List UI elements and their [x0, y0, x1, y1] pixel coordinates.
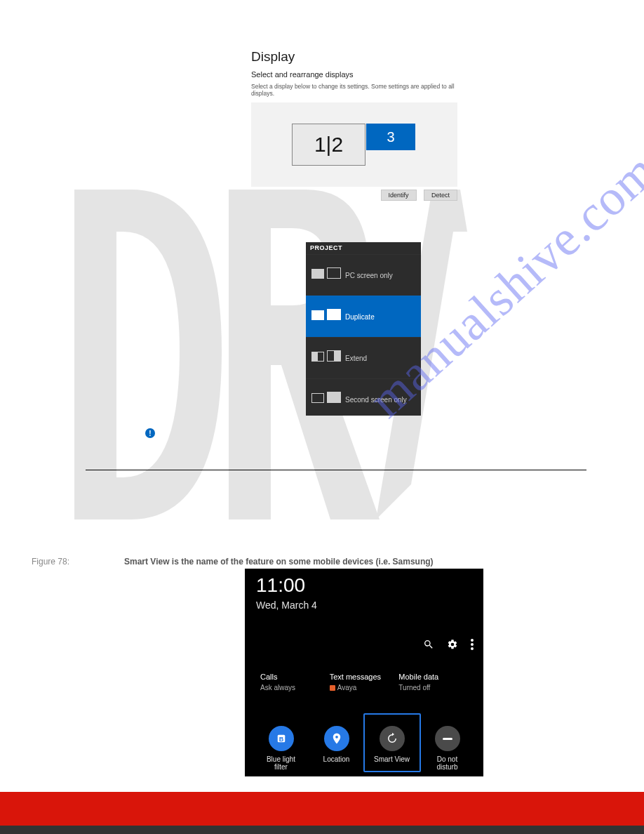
figure-caption: Smart View is the name of the feature on… [124, 557, 434, 567]
qs-location[interactable]: Location [309, 726, 364, 771]
blue-light-filter-icon: B [269, 726, 294, 751]
sim-col-calls: Calls Ask always [260, 673, 330, 691]
display-button-row: Identify Detect [251, 187, 457, 200]
project-option-label: Extend [345, 355, 367, 362]
quick-settings-row: B Blue lightfilter Location Smart View [253, 726, 475, 771]
display-section-label: Select and rearrange displays [251, 70, 462, 79]
sim-col-sub: Ask always [260, 684, 330, 691]
detect-button[interactable]: Detect [424, 190, 457, 201]
do-not-disturb-icon [435, 726, 460, 751]
figure-number: Figure 78: [32, 557, 69, 567]
project-option-duplicate[interactable]: Duplicate [306, 296, 421, 337]
location-icon [324, 726, 349, 751]
svg-point-2 [471, 647, 474, 650]
sim-col-title: Text messages [330, 673, 399, 681]
project-option-second-only[interactable]: Second screen only [306, 378, 421, 420]
svg-point-1 [471, 643, 474, 646]
svg-text:B: B [279, 736, 283, 743]
notification-time: 11:00 [256, 574, 305, 597]
project-header: PROJECT [306, 242, 421, 254]
display-help-text: Select a display below to change its set… [251, 83, 462, 97]
more-icon[interactable] [471, 639, 474, 650]
document-page: manualshive.com Display Select and rearr… [0, 0, 644, 834]
sim-col-title: Calls [260, 673, 330, 681]
sim-col-sub: Turned off [398, 684, 468, 691]
sim-badge-icon [330, 685, 335, 691]
display-arrange-area[interactable]: 1|2 3 [251, 102, 457, 187]
sim-col-texts: Text messages Avaya [330, 673, 399, 691]
sim-col-title: Mobile data [398, 673, 468, 681]
footer-red-bar [0, 792, 644, 826]
project-option-pc-only[interactable]: PC screen only [306, 254, 421, 296]
notification-date: Wed, March 4 [256, 600, 317, 611]
phone-quick-panel-screenshot: 11:00 Wed, March 4 Calls Ask always Text… [245, 569, 483, 776]
note-icon: ! [145, 428, 155, 438]
qs-label: Smart View [374, 755, 410, 763]
sim-col-sub: Avaya [330, 684, 399, 691]
qs-smart-view[interactable]: Smart View [365, 726, 420, 771]
qs-blue-light-filter[interactable]: B Blue lightfilter [254, 726, 309, 771]
identify-button[interactable]: Identify [381, 190, 417, 201]
second-screen-only-icon [311, 390, 341, 409]
qs-label: Blue lightfilter [267, 755, 295, 771]
section-divider [86, 470, 586, 470]
sim-status-row: Calls Ask always Text messages Avaya Mob… [260, 673, 468, 691]
quick-panel-top-icons [423, 639, 474, 650]
monitor-3[interactable]: 3 [366, 124, 415, 150]
display-settings-screenshot: Display Select and rearrange displays Se… [251, 49, 462, 200]
qs-label: Location [323, 755, 350, 763]
extend-icon [311, 349, 341, 367]
sim-col-data: Mobile data Turned off [398, 673, 468, 691]
duplicate-icon [311, 307, 341, 326]
footer-dark-strip [0, 826, 644, 834]
pc-screen-only-icon [311, 266, 341, 284]
search-icon[interactable] [423, 639, 434, 650]
display-heading: Display [251, 49, 462, 65]
monitor-1-2[interactable]: 1|2 [292, 124, 365, 166]
project-option-label: Duplicate [345, 313, 375, 321]
project-option-label: Second screen only [345, 396, 407, 404]
svg-point-0 [471, 639, 474, 642]
qs-label: Do notdisturb [436, 755, 457, 771]
gear-icon[interactable] [447, 639, 458, 650]
project-option-label: PC screen only [345, 272, 393, 279]
project-panel: PROJECT PC screen only Duplicate Extend … [306, 242, 421, 416]
qs-do-not-disturb[interactable]: Do notdisturb [420, 726, 475, 771]
smart-view-icon [380, 726, 405, 751]
project-option-extend[interactable]: Extend [306, 337, 421, 378]
